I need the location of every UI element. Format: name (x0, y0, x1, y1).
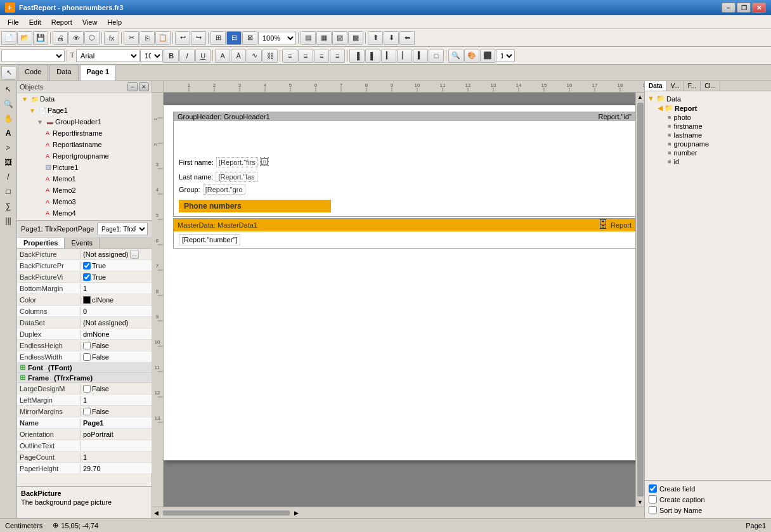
color2-button[interactable]: ⬛ (480, 49, 495, 63)
props-tab-events[interactable]: Events (65, 238, 100, 248)
outdent-button[interactable]: ▌ (365, 49, 380, 63)
t2-button[interactable]: ⬇ (384, 31, 399, 45)
tab-data[interactable]: Data (49, 65, 78, 81)
t3-button[interactable]: ⬅ (399, 31, 415, 45)
draw1-button[interactable]: ∿ (247, 49, 262, 63)
tab-code[interactable]: Code (18, 65, 48, 81)
tab-page1[interactable]: Page 1 (80, 65, 116, 81)
rp-tab-data[interactable]: Data (645, 81, 667, 91)
backpicturepr-checkbox[interactable] (83, 262, 91, 269)
align-right-button[interactable]: ≡ (314, 49, 329, 63)
rt-node-lastname[interactable]: ■ lastname (647, 131, 768, 139)
align-center-button[interactable]: ≡ (298, 49, 313, 63)
canvas-scroll[interactable]: GroupHeader: GroupHeader1 Report."id" Fi… (164, 93, 635, 507)
tree-node-reportlastname[interactable]: A Reportlastname (17, 139, 152, 150)
grid-button[interactable]: ⊟ (226, 31, 242, 45)
rt-node-groupname[interactable]: ■ groupname (647, 139, 768, 148)
tree-close-button[interactable]: ✕ (139, 82, 149, 91)
tree-node-page1[interactable]: ▼ 📄 Page1 (17, 105, 152, 116)
tree-node-memo4[interactable]: A Memo4 (17, 207, 152, 219)
export-button[interactable]: ⬡ (84, 31, 100, 45)
save-button[interactable]: 💾 (33, 31, 48, 45)
link-button[interactable]: ⛓ (262, 49, 278, 63)
menu-view[interactable]: View (77, 17, 103, 27)
size-combo[interactable]: 10 (140, 49, 163, 62)
tree-node-memo2[interactable]: A Memo2 (17, 185, 152, 196)
create-caption-checkbox[interactable] (649, 495, 657, 503)
backpicturevi-checkbox[interactable] (83, 273, 91, 281)
mirrormargins-checkbox[interactable] (83, 408, 91, 415)
barcode-tool[interactable]: ||| (1, 214, 15, 228)
cut-button[interactable]: ✂ (124, 31, 139, 45)
tree-node-reportgroupname[interactable]: A Reportgroupname (17, 150, 152, 162)
rect-tool[interactable]: □ (1, 185, 15, 198)
t1-button[interactable]: ⬆ (368, 31, 383, 45)
indent-button[interactable]: ▐ (349, 49, 365, 63)
highlight-button[interactable]: Ā (231, 49, 246, 63)
font-combo[interactable]: Arial (76, 49, 139, 62)
formula-button[interactable]: fx (104, 31, 119, 45)
redo-button[interactable]: ↪ (191, 31, 206, 45)
prop-group-font[interactable]: ⊞ Font (TFont) (17, 363, 152, 373)
vtext-tool[interactable]: A (1, 141, 15, 155)
pos-button[interactable]: ▦ (316, 31, 332, 45)
color1-button[interactable]: 🎨 (464, 49, 479, 63)
largedesignm-checkbox[interactable] (83, 385, 91, 393)
tree-collapse-button[interactable]: − (127, 82, 138, 91)
font-color-button[interactable]: A (215, 49, 230, 63)
create-field-checkbox[interactable] (649, 484, 657, 493)
underline-button[interactable]: U (195, 49, 211, 63)
vscroll-bar[interactable]: ▲ ▼ (635, 93, 644, 507)
rt-node-id[interactable]: ■ id (647, 157, 768, 166)
num-combo[interactable]: 1 (496, 49, 515, 62)
h1-button[interactable]: ▩ (348, 31, 363, 45)
rp-tab-f[interactable]: F... (684, 81, 701, 91)
rp-tab-v[interactable]: V... (667, 81, 684, 91)
rt-node-photo[interactable]: ■ photo (647, 113, 768, 122)
menu-report[interactable]: Report (46, 17, 77, 27)
zoom-tool[interactable]: 🔍 (1, 97, 15, 111)
size-button[interactable]: ▤ (301, 31, 316, 45)
border1-button[interactable]: □ (429, 49, 444, 63)
print-button[interactable]: 🖨 (53, 31, 68, 45)
align-button[interactable]: ⊞ (211, 31, 226, 45)
pointer-tool[interactable]: ↖ (1, 82, 15, 96)
tree-node-memo3[interactable]: A Memo3 (17, 196, 152, 207)
tree-node-reportfirstname[interactable]: A Reportfirstname (17, 127, 152, 139)
tree-node-masterdata1[interactable]: ▼ ▬ MasterData1 (17, 219, 152, 219)
snap-button[interactable]: ⊠ (242, 31, 257, 45)
tree-node-picture1[interactable]: 🖼 Picture1 (17, 162, 152, 173)
menu-edit[interactable]: Edit (24, 17, 46, 27)
vline2-button[interactable]: ▏ (397, 49, 412, 63)
lastname-field[interactable]: [Report."las (216, 172, 257, 182)
number-field[interactable]: [Report."number"] (179, 234, 240, 245)
hscroll-bar[interactable]: ◀ ▶ (152, 507, 644, 518)
menu-file[interactable]: File (3, 17, 24, 27)
rt-node-number[interactable]: ■ number (647, 148, 768, 157)
justify-button[interactable]: ≡ (330, 49, 345, 63)
open-button[interactable]: 📂 (17, 31, 32, 45)
props-tab-properties[interactable]: Properties (17, 238, 65, 248)
vline-button[interactable]: ▎ (381, 49, 396, 63)
backpicture-button[interactable]: ... (130, 250, 139, 259)
menu-help[interactable]: Help (102, 17, 127, 27)
rt-node-data[interactable]: ▼ 📁 Data (647, 94, 768, 103)
italic-button[interactable]: I (179, 49, 195, 63)
prop-group-frame[interactable]: ⊞ Frame (TfrxFrame) (17, 373, 152, 383)
endlessheight-checkbox[interactable] (83, 342, 91, 349)
minimize-button[interactable]: − (722, 3, 735, 13)
mag-button[interactable]: 🔍 (448, 49, 463, 63)
tree-node-data[interactable]: ▼ 📁 Data (17, 93, 152, 105)
line-tool[interactable]: / (1, 170, 15, 184)
endlesswidth-checkbox[interactable] (83, 353, 91, 361)
firstname-field[interactable]: [Report."firs (216, 157, 258, 167)
preview-button[interactable]: 👁 (68, 31, 84, 45)
picture-tool[interactable]: 🖼 (1, 155, 15, 169)
paste-button[interactable]: 📋 (155, 31, 171, 45)
tree-node-groupheader1[interactable]: ▼ ▬ GroupHeader1 (17, 116, 152, 127)
arrow-tool[interactable]: ↖ (1, 66, 16, 80)
tree-node-memo1[interactable]: A Memo1 (17, 173, 152, 185)
page-select[interactable]: Page1: TfrxReportPage (97, 223, 148, 235)
sort-by-name-checkbox[interactable] (649, 506, 657, 514)
sum-tool[interactable]: ∑ (1, 199, 15, 213)
